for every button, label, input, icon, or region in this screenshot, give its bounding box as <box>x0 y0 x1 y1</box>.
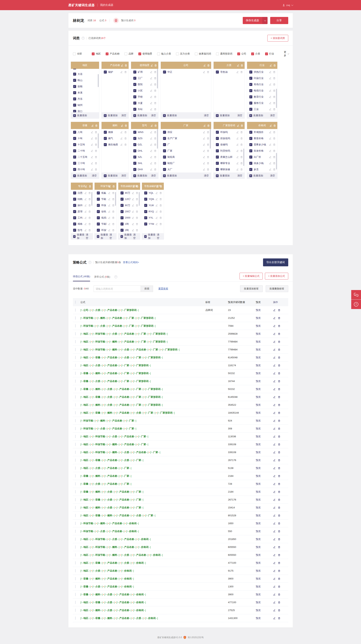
batch-add-button[interactable]: +批量添加 <box>73 174 87 177</box>
row-checkbox[interactable] <box>75 538 76 541</box>
item-checkbox[interactable] <box>144 198 147 201</box>
item-checkbox[interactable] <box>249 131 252 134</box>
item-checkbox[interactable] <box>120 222 124 226</box>
trash-icon[interactable] <box>88 198 91 200</box>
clear-button[interactable]: 清空 <box>238 114 242 117</box>
trash-icon[interactable] <box>95 156 97 158</box>
trash-icon[interactable] <box>240 71 243 73</box>
edit-icon[interactable] <box>273 546 276 548</box>
preview-link[interactable]: 预览 <box>256 530 261 533</box>
edit-icon[interactable] <box>273 443 276 446</box>
item-checkbox[interactable] <box>249 70 252 74</box>
clear-button[interactable]: 清空 <box>204 174 209 177</box>
more-filters-button[interactable]: 更多 <box>284 50 288 57</box>
edit-icon[interactable] <box>150 71 152 73</box>
clear-button[interactable]: 清空 <box>122 174 126 177</box>
item-checkbox[interactable] <box>216 168 219 171</box>
trash-icon[interactable] <box>278 570 280 572</box>
edit-icon[interactable] <box>150 162 152 164</box>
item-checkbox[interactable] <box>73 98 76 100</box>
trash-icon[interactable] <box>88 210 91 213</box>
trash-icon[interactable] <box>278 332 280 335</box>
item-checkbox[interactable] <box>133 77 136 80</box>
trash-icon[interactable] <box>154 102 156 104</box>
help-circle-icon[interactable]: ? <box>82 37 84 40</box>
trash-icon[interactable] <box>278 506 280 509</box>
item-checkbox[interactable] <box>133 102 136 104</box>
edit-icon[interactable] <box>120 143 123 146</box>
edit-icon[interactable] <box>273 404 276 406</box>
edit-icon[interactable] <box>91 143 93 146</box>
edit-icon[interactable] <box>203 162 205 164</box>
edit-icon[interactable] <box>269 77 272 79</box>
item-checkbox[interactable] <box>73 229 76 232</box>
batch-add-button[interactable]: +批量添加 <box>163 174 177 177</box>
filter-checkbox[interactable] <box>265 52 268 55</box>
trash-icon[interactable] <box>154 83 156 86</box>
edit-icon[interactable] <box>273 388 276 390</box>
edit-icon[interactable] <box>150 77 152 79</box>
tab-candidate-formulas[interactable]: 待选公式 (40条) <box>73 275 90 281</box>
trash-icon[interactable] <box>273 131 276 133</box>
row-checkbox[interactable] <box>75 490 76 493</box>
batch-edit-formula-button[interactable]: + 批量编辑公式 <box>240 273 263 280</box>
batch-add-button[interactable]: +批量添加 <box>73 114 87 117</box>
trash-icon[interactable] <box>136 210 138 213</box>
trash-icon[interactable] <box>273 102 276 104</box>
trash-icon[interactable] <box>136 229 138 231</box>
trash-icon[interactable] <box>273 137 276 140</box>
edit-icon[interactable] <box>203 131 205 133</box>
filter-checkbox[interactable] <box>251 52 254 55</box>
edit-icon[interactable] <box>203 137 205 140</box>
trash-icon[interactable] <box>273 71 276 73</box>
item-checkbox[interactable] <box>249 143 252 146</box>
preview-link[interactable]: 预览 <box>256 585 261 588</box>
edit-icon[interactable] <box>269 168 272 170</box>
item-checkbox[interactable] <box>249 89 252 92</box>
edit-icon[interactable] <box>132 229 134 231</box>
edit-icon[interactable] <box>108 216 110 219</box>
preview-link[interactable]: 预览 <box>256 569 261 572</box>
row-checkbox[interactable] <box>75 324 76 328</box>
preview-link[interactable]: 预览 <box>256 419 261 422</box>
filter-checkbox[interactable] <box>216 52 219 55</box>
edit-icon[interactable] <box>132 198 134 200</box>
trash-icon[interactable] <box>278 427 280 430</box>
edit-icon[interactable] <box>132 185 135 188</box>
edit-icon[interactable] <box>120 137 123 140</box>
trash-icon[interactable] <box>207 71 209 73</box>
edit-icon[interactable] <box>91 168 93 170</box>
save-generator-button[interactable]: 保存生成器 <box>243 17 262 24</box>
trash-icon[interactable] <box>278 522 280 524</box>
edit-icon[interactable] <box>273 609 276 612</box>
edit-icon[interactable] <box>91 162 93 164</box>
item-checkbox[interactable] <box>73 216 76 219</box>
edit-icon[interactable] <box>273 578 276 580</box>
preview-link[interactable]: 预览 <box>256 577 261 580</box>
trash-icon[interactable] <box>154 108 156 110</box>
item-checkbox[interactable] <box>73 69 76 70</box>
trash-icon[interactable] <box>88 229 91 231</box>
row-checkbox[interactable] <box>75 561 76 564</box>
trash-icon[interactable] <box>240 143 243 146</box>
trash-icon[interactable] <box>273 168 276 170</box>
scrollbar-thumb[interactable] <box>139 192 140 206</box>
edit-icon[interactable] <box>132 216 134 219</box>
trash-icon[interactable] <box>154 162 156 164</box>
edit-icon[interactable] <box>273 562 276 564</box>
trash-icon[interactable] <box>95 150 97 152</box>
edit-icon[interactable] <box>273 585 276 588</box>
item-checkbox[interactable] <box>249 149 252 152</box>
trash-icon[interactable] <box>278 609 280 612</box>
item-checkbox[interactable] <box>216 70 219 74</box>
item-checkbox[interactable] <box>133 70 136 74</box>
trash-icon[interactable] <box>278 482 280 485</box>
preview-link[interactable]: 预览 <box>256 617 261 620</box>
preview-link[interactable]: 预览 <box>256 482 261 485</box>
edit-icon[interactable] <box>269 137 272 140</box>
trash-icon[interactable] <box>112 223 114 225</box>
edit-icon[interactable] <box>269 143 272 146</box>
edit-icon[interactable] <box>132 204 134 206</box>
preview-link[interactable]: 预览 <box>256 324 261 327</box>
row-checkbox[interactable] <box>75 585 76 588</box>
